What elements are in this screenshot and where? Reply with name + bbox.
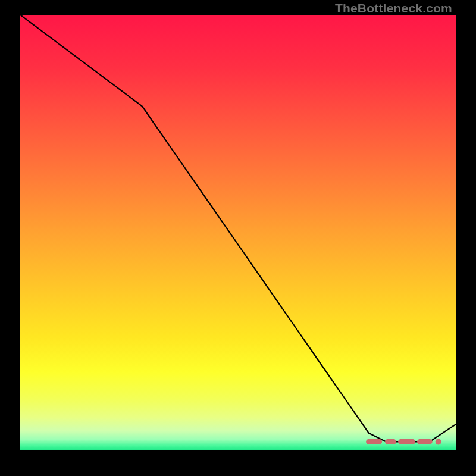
bottleneck-curve-line [20, 15, 456, 441]
flat-region-end-dot [436, 439, 441, 444]
watermark-text: TheBottleneck.com [335, 1, 452, 15]
chart-curve-layer [20, 15, 456, 450]
plot-area [20, 15, 456, 450]
